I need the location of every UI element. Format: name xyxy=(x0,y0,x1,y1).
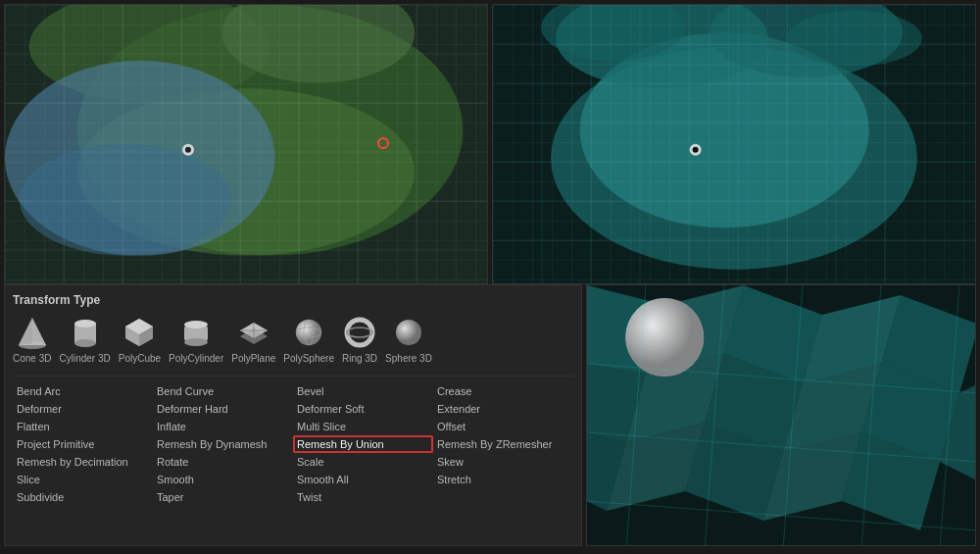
svg-point-67 xyxy=(396,320,421,345)
svg-point-42 xyxy=(690,144,702,156)
menu-item-scale[interactable]: Scale xyxy=(293,453,433,471)
cone3d-icon xyxy=(15,315,50,350)
svg-point-43 xyxy=(693,147,699,153)
menu-item-subdivide[interactable]: Subdivide xyxy=(13,488,153,506)
menu-item-offset[interactable]: Offset xyxy=(433,418,573,435)
svg-point-62 xyxy=(296,320,321,345)
menu-item-multi-slice[interactable]: Multi Slice xyxy=(293,418,433,435)
svg-point-27 xyxy=(787,11,922,67)
menu-item-stretch[interactable]: Stretch xyxy=(433,471,573,488)
svg-point-24 xyxy=(556,5,767,88)
svg-marker-46 xyxy=(19,318,32,345)
menu-grid: Bend Arc Deformer Flatten Project Primit… xyxy=(13,382,573,506)
menu-item-smooth-all[interactable]: Smooth All xyxy=(293,471,433,488)
svg-point-66 xyxy=(347,327,372,337)
menu-item-deformer-hard[interactable]: Deformer Hard xyxy=(153,400,293,418)
polycube-label: PolyCube xyxy=(119,353,161,364)
polyplane-icon xyxy=(236,315,271,350)
red-circle-indicator xyxy=(377,137,389,149)
ring3d-label: Ring 3D xyxy=(342,353,377,364)
toolbar-panel: Transform Type Cone 3D xyxy=(4,284,582,546)
sphere3d-icon xyxy=(391,315,426,350)
svg-point-56 xyxy=(184,338,208,346)
menu-column-1: Bend Arc Deformer Flatten Project Primit… xyxy=(13,382,153,506)
menu-column-3: Bevel Deformer Soft Multi Slice Remesh B… xyxy=(293,382,433,506)
polyplane-label: PolyPlane xyxy=(231,353,275,364)
ring3d-icon xyxy=(342,315,377,350)
svg-point-22 xyxy=(551,47,917,270)
menu-item-flatten[interactable]: Flatten xyxy=(13,418,153,435)
menu-item-bend-curve[interactable]: Bend Curve xyxy=(153,382,293,400)
svg-rect-0 xyxy=(5,5,487,283)
viewport-left[interactable] xyxy=(4,4,488,284)
menu-item-skew[interactable]: Skew xyxy=(433,453,573,471)
svg-point-20 xyxy=(185,147,191,153)
menu-item-rotate[interactable]: Rotate xyxy=(153,453,293,471)
shape-polycylinder[interactable]: PolyCylinder xyxy=(169,315,223,364)
polysphere-label: PolySphere xyxy=(283,353,334,364)
menu-item-deformer-soft[interactable]: Deformer Soft xyxy=(293,400,433,418)
menu-column-2: Bend Curve Deformer Hard Inflate Remesh … xyxy=(153,382,293,506)
polycylinder-icon xyxy=(178,315,214,350)
svg-point-4 xyxy=(221,5,415,83)
menu-item-twist[interactable]: Twist xyxy=(293,488,433,506)
svg-point-48 xyxy=(74,320,96,327)
svg-point-26 xyxy=(541,5,686,61)
shape-sphere3d[interactable]: Sphere 3D xyxy=(385,315,432,364)
menu-item-remesh-decimation[interactable]: Remesh by Decimation xyxy=(13,453,153,471)
polysphere-icon xyxy=(291,315,326,350)
svg-point-3 xyxy=(29,5,270,102)
viewport-bottom-right[interactable] xyxy=(586,284,976,546)
svg-point-23 xyxy=(580,32,869,227)
menu-item-slice[interactable]: Slice xyxy=(13,471,153,488)
menu-item-smooth[interactable]: Smooth xyxy=(153,471,293,488)
shape-polysphere[interactable]: PolySphere xyxy=(283,315,334,364)
menu-item-deformer[interactable]: Deformer xyxy=(13,400,153,418)
polycylinder-label: PolyCylinder xyxy=(169,353,223,364)
svg-point-19 xyxy=(182,144,194,156)
svg-point-49 xyxy=(74,339,96,347)
polycube-icon xyxy=(122,315,157,350)
svg-point-2 xyxy=(77,88,415,255)
transform-type-header: Transform Type xyxy=(13,293,573,307)
cylinder3d-label: Cylinder 3D xyxy=(59,353,110,364)
menu-item-crease[interactable]: Crease xyxy=(433,382,573,400)
cone3d-label: Cone 3D xyxy=(13,353,51,364)
svg-point-1 xyxy=(77,5,464,256)
shape-ring3d[interactable]: Ring 3D xyxy=(342,315,377,364)
menu-item-remesh-dynamesh[interactable]: Remesh By Dynamesh xyxy=(153,435,293,453)
svg-point-25 xyxy=(710,5,903,77)
svg-point-6 xyxy=(20,144,231,256)
menu-item-taper[interactable]: Taper xyxy=(153,488,293,506)
menu-item-extender[interactable]: Extender xyxy=(433,400,573,418)
shape-polyplane[interactable]: PolyPlane xyxy=(231,315,275,364)
menu-item-inflate[interactable]: Inflate xyxy=(153,418,293,435)
viewport-right[interactable] xyxy=(492,4,976,284)
menu-item-bend-arc[interactable]: Bend Arc xyxy=(13,382,153,400)
shape-cylinder3d[interactable]: Cylinder 3D xyxy=(59,315,110,364)
menu-item-remesh-zremesher[interactable]: Remesh By ZRemesher xyxy=(433,435,573,453)
shapes-row: Cone 3D Cylinder 3D xyxy=(13,315,573,364)
menu-item-project-primitive[interactable]: Project Primitive xyxy=(13,435,153,453)
menu-column-4: Crease Extender Offset Remesh By ZRemesh… xyxy=(433,382,573,506)
cylinder3d-icon xyxy=(68,315,103,350)
svg-point-55 xyxy=(184,321,208,328)
svg-point-5 xyxy=(5,61,275,256)
svg-rect-21 xyxy=(493,5,975,283)
shape-cone3d[interactable]: Cone 3D xyxy=(13,315,51,364)
menu-item-remesh-union[interactable]: Remesh By Union xyxy=(293,435,433,453)
shape-polycube[interactable]: PolyCube xyxy=(119,315,161,364)
divider xyxy=(13,376,573,377)
svg-point-86 xyxy=(625,298,704,377)
sphere3d-label: Sphere 3D xyxy=(385,353,432,364)
menu-item-bevel[interactable]: Bevel xyxy=(293,382,433,400)
svg-point-65 xyxy=(347,320,372,345)
